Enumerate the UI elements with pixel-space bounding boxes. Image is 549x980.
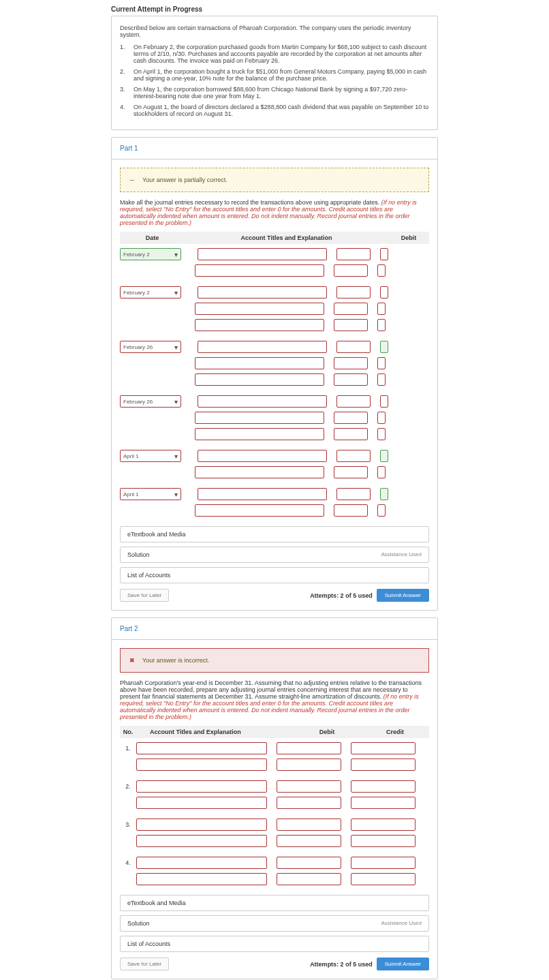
debit-input[interactable]: [336, 450, 371, 462]
col-no: No.: [120, 729, 136, 735]
credit-input[interactable]: [351, 797, 415, 809]
chevron-down-icon: ▾: [174, 398, 178, 405]
account-input[interactable]: [198, 248, 327, 260]
credit-input[interactable]: [377, 373, 386, 386]
debit-input[interactable]: [334, 373, 368, 386]
credit-input[interactable]: [351, 818, 415, 831]
account-input[interactable]: [195, 319, 324, 331]
col-debit: Debit: [388, 234, 429, 241]
part1-instructions: Make all the journal entries necessary t…: [120, 199, 429, 226]
submit-answer-button[interactable]: Submit Answer: [377, 589, 429, 602]
submit-answer-button[interactable]: Submit Answer: [377, 958, 429, 970]
date-select-1[interactable]: February 2 ▾: [120, 248, 181, 260]
credit-input[interactable]: [351, 742, 415, 754]
date-select-5[interactable]: April 1 ▾: [120, 450, 181, 462]
date-select-4[interactable]: February 26 ▾: [120, 395, 181, 408]
credit-input[interactable]: [380, 450, 388, 462]
debit-input[interactable]: [336, 488, 371, 500]
attempts-text: Attempts: 2 of 5 used: [310, 592, 373, 599]
debit-input[interactable]: [334, 319, 368, 331]
list-accounts-link[interactable]: List of Accounts: [120, 936, 429, 952]
debit-input[interactable]: [334, 466, 368, 478]
etextbook-link[interactable]: eTextbook and Media: [120, 526, 429, 542]
credit-input[interactable]: [351, 835, 415, 847]
col-account: Account Titles and Explanation: [185, 234, 388, 241]
txn-num-3: 3.: [120, 86, 134, 99]
account-input[interactable]: [195, 466, 324, 478]
credit-input[interactable]: [377, 466, 386, 478]
credit-input[interactable]: [377, 319, 386, 331]
account-input[interactable]: [195, 264, 324, 277]
debit-input[interactable]: [334, 357, 368, 369]
account-input[interactable]: [198, 341, 327, 353]
account-input[interactable]: [195, 504, 324, 517]
debit-input[interactable]: [336, 395, 371, 408]
solution-link[interactable]: Solution Assistance Used: [120, 547, 429, 563]
credit-input[interactable]: [351, 759, 415, 771]
credit-input[interactable]: [351, 780, 415, 793]
debit-input[interactable]: [277, 780, 341, 793]
credit-input[interactable]: [377, 303, 386, 315]
account-input[interactable]: [198, 395, 327, 408]
account-input[interactable]: [198, 488, 327, 500]
account-input[interactable]: [195, 357, 324, 369]
part2-alert: ✖ Your answer is incorrect.: [120, 648, 429, 673]
list-accounts-link[interactable]: List of Accounts: [120, 567, 429, 583]
account-input[interactable]: [195, 428, 324, 440]
credit-input[interactable]: [380, 488, 388, 500]
debit-input[interactable]: [334, 412, 368, 424]
attempts-text: Attempts: 2 of 5 used: [310, 961, 373, 968]
credit-input[interactable]: [377, 357, 386, 369]
credit-input[interactable]: [380, 286, 388, 298]
credit-input[interactable]: [380, 395, 388, 408]
debit-input[interactable]: [277, 742, 341, 754]
debit-input[interactable]: [277, 857, 341, 869]
date-select-6[interactable]: April 1 ▾: [120, 488, 181, 500]
credit-input[interactable]: [351, 857, 415, 869]
credit-input[interactable]: [377, 264, 386, 277]
account-input[interactable]: [136, 835, 267, 847]
account-input[interactable]: [198, 286, 327, 298]
credit-input[interactable]: [377, 504, 386, 517]
txn-num-1: 1.: [120, 44, 134, 64]
etextbook-link[interactable]: eTextbook and Media: [120, 895, 429, 911]
save-for-later-button[interactable]: Save for Later: [120, 589, 169, 602]
solution-link[interactable]: Solution Assistance Used: [120, 915, 429, 932]
debit-input[interactable]: [334, 428, 368, 440]
date-select-2[interactable]: February 2 ▾: [120, 286, 181, 298]
debit-input[interactable]: [277, 797, 341, 809]
account-input[interactable]: [136, 873, 267, 885]
description-card: Described below are certain transactions…: [111, 16, 438, 130]
debit-input[interactable]: [334, 303, 368, 315]
debit-input[interactable]: [336, 341, 371, 353]
account-input[interactable]: [195, 373, 324, 386]
account-input[interactable]: [198, 450, 327, 462]
assistance-used: Assistance Used: [381, 920, 422, 927]
debit-input[interactable]: [277, 759, 341, 771]
credit-input[interactable]: [377, 428, 386, 440]
account-input[interactable]: [136, 797, 267, 809]
debit-input[interactable]: [334, 264, 368, 277]
credit-input[interactable]: [380, 341, 388, 353]
credit-input[interactable]: [380, 248, 388, 260]
debit-input[interactable]: [334, 504, 368, 517]
debit-input[interactable]: [336, 286, 371, 298]
credit-input[interactable]: [377, 412, 386, 424]
row-num: 1.: [120, 745, 136, 752]
account-input[interactable]: [136, 818, 267, 831]
account-input[interactable]: [136, 759, 267, 771]
account-input[interactable]: [195, 303, 324, 315]
save-for-later-button[interactable]: Save for Later: [120, 958, 169, 970]
debit-input[interactable]: [277, 873, 341, 885]
debit-input[interactable]: [277, 835, 341, 847]
incorrect-icon: ✖: [127, 656, 137, 665]
account-input[interactable]: [136, 780, 267, 793]
account-input[interactable]: [136, 857, 267, 869]
credit-input[interactable]: [351, 873, 415, 885]
debit-input[interactable]: [336, 248, 371, 260]
account-input[interactable]: [195, 412, 324, 424]
account-input[interactable]: [136, 742, 267, 754]
date-select-3[interactable]: February 26 ▾: [120, 341, 181, 353]
chevron-down-icon: ▾: [174, 251, 178, 258]
debit-input[interactable]: [277, 818, 341, 831]
